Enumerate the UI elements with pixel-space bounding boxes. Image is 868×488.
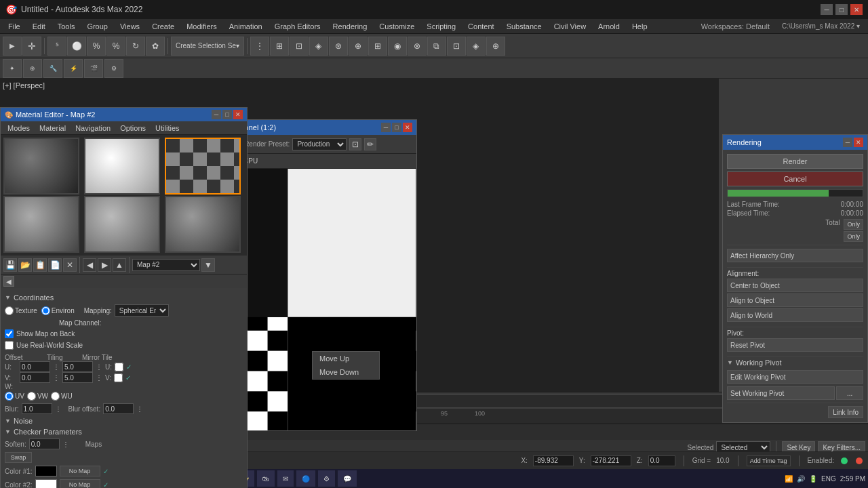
align-world-btn[interactable]: Align to World: [727, 308, 863, 322]
render-button[interactable]: Render: [727, 154, 863, 169]
mat-close-btn[interactable]: ✕: [233, 110, 243, 119]
working-pivot-header[interactable]: ▼ Working Pivot: [727, 356, 863, 369]
tool-btn-4[interactable]: %: [106, 37, 125, 56]
snap-btn-4[interactable]: ◈: [309, 37, 328, 56]
swatch-4[interactable]: [3, 196, 79, 253]
color2-no-map-btn[interactable]: No Map: [60, 479, 100, 488]
command-panel-btn-2[interactable]: ⊕: [23, 59, 42, 78]
only-btn-1[interactable]: Only: [844, 219, 863, 230]
set-working-pivot-btn[interactable]: Set Working Pivot: [727, 386, 835, 400]
edit-working-pivot-btn[interactable]: Edit Working Pivot: [727, 370, 863, 384]
mapping-select[interactable]: Spherical Envi...: [115, 304, 169, 317]
snap-btn-5[interactable]: ⊛: [329, 37, 348, 56]
mat-open-btn[interactable]: 📂: [18, 258, 32, 272]
mat-nav-btn-2[interactable]: ▶: [98, 258, 111, 272]
snap-btn-12[interactable]: ◈: [467, 37, 486, 56]
mat-menu-modes[interactable]: Modes: [3, 123, 34, 134]
swatch-1[interactable]: [3, 138, 79, 195]
swatch-6[interactable]: [165, 196, 241, 253]
v-tiling-input[interactable]: [62, 372, 93, 383]
taskbar-discord-btn[interactable]: 💬: [338, 470, 357, 487]
wu-radio[interactable]: [51, 392, 60, 401]
command-panel-btn-4[interactable]: ⚡: [64, 59, 83, 78]
noise-section-header[interactable]: ▼ Noise: [5, 415, 243, 426]
snap-btn-7[interactable]: ⊞: [368, 37, 387, 56]
map-selector[interactable]: Map #2: [132, 259, 200, 271]
menu-customize[interactable]: Customize: [374, 21, 420, 32]
snap-btn-8[interactable]: ◉: [388, 37, 407, 56]
snap-btn-11[interactable]: ⊡: [447, 37, 466, 56]
move-tool[interactable]: ✛: [22, 37, 41, 56]
v-mirror-checkbox[interactable]: [114, 373, 123, 382]
menu-create[interactable]: Create: [146, 21, 180, 32]
command-panel-btn-1[interactable]: ✦: [3, 59, 22, 78]
blur-input[interactable]: [22, 403, 52, 414]
more-btn[interactable]: ...: [836, 386, 863, 400]
taskbar-store-btn[interactable]: 🛍: [257, 470, 275, 487]
snap-btn-10[interactable]: ⧉: [427, 37, 446, 56]
preset-btn-2[interactable]: ✏: [364, 138, 376, 150]
menu-animation[interactable]: Animation: [224, 21, 268, 32]
command-panel-btn-5[interactable]: 🎬: [84, 59, 103, 78]
menu-file[interactable]: File: [3, 21, 26, 32]
scroll-left-btn[interactable]: ◀: [3, 276, 14, 287]
align-object-btn[interactable]: Align to Object: [727, 293, 863, 307]
command-panel-btn-3[interactable]: 🔧: [43, 59, 62, 78]
coordinates-section-header[interactable]: ▼ Coordinates: [5, 292, 243, 303]
z-coord-input[interactable]: [648, 455, 675, 466]
mat-menu-material[interactable]: Material: [35, 123, 70, 134]
mat-menu-utilities[interactable]: Utilities: [151, 123, 183, 134]
u-offset-input[interactable]: [20, 361, 50, 372]
u-mirror-checkbox[interactable]: [115, 363, 123, 371]
affect-hierarchy-btn[interactable]: Affect Hierarchy Only: [727, 249, 863, 262]
cancel-button[interactable]: Cancel: [727, 171, 863, 186]
rendering-close-btn[interactable]: ✕: [854, 138, 863, 147]
mat-delete-btn[interactable]: ✕: [63, 258, 77, 272]
uv-radio[interactable]: [5, 392, 14, 401]
soften-input[interactable]: [29, 439, 60, 449]
environ-radio[interactable]: [41, 306, 50, 315]
v-offset-input[interactable]: [20, 372, 50, 383]
menu-views[interactable]: Views: [115, 21, 145, 32]
soften-spinner[interactable]: ⋮: [62, 441, 69, 448]
menu-edit[interactable]: Edit: [27, 21, 51, 32]
menu-rendering[interactable]: Rendering: [328, 21, 373, 32]
y-coord-input[interactable]: [591, 455, 631, 466]
create-selection-btn[interactable]: Create Selection Se▾: [171, 37, 244, 56]
v-offset-spinner[interactable]: ⋮: [53, 374, 60, 382]
menu-scripting[interactable]: Scripting: [421, 21, 461, 32]
tool-btn-1[interactable]: ⁵: [47, 37, 66, 56]
swap-button[interactable]: Swap: [5, 452, 32, 463]
swatch-5[interactable]: [84, 196, 160, 253]
blur-offset-spinner[interactable]: ⋮: [136, 405, 143, 413]
mat-copy-btn[interactable]: 📋: [33, 258, 47, 272]
color1-no-map-btn[interactable]: No Map: [60, 466, 100, 476]
snap-btn-6[interactable]: ⊕: [349, 37, 368, 56]
checker-section-header[interactable]: ▼ Checker Parameters: [5, 426, 243, 437]
snap-btn-3[interactable]: ⊡: [290, 37, 309, 56]
render-minimize-btn[interactable]: ─: [381, 123, 391, 132]
command-panel-btn-6[interactable]: ⚙: [104, 59, 123, 78]
real-world-checkbox[interactable]: [5, 341, 14, 350]
mat-save-btn[interactable]: 💾: [3, 258, 17, 272]
tool-btn-6[interactable]: ✿: [146, 37, 165, 56]
u-offset-spinner[interactable]: ⋮: [53, 363, 60, 371]
menu-group[interactable]: Group: [81, 21, 113, 32]
close-button[interactable]: ✕: [850, 4, 863, 15]
center-object-btn[interactable]: Center to Object: [727, 279, 863, 292]
menu-help[interactable]: Help: [627, 21, 653, 32]
reset-pivot-btn[interactable]: Reset Pivot: [727, 338, 863, 352]
tool-btn-5[interactable]: ↻: [126, 37, 145, 56]
preset-select[interactable]: Production: [292, 138, 347, 150]
render-close-btn[interactable]: ✕: [403, 123, 412, 132]
swatch-2[interactable]: [84, 138, 160, 195]
x-coord-input[interactable]: [533, 455, 574, 466]
mat-restore-btn[interactable]: □: [222, 110, 232, 119]
swatch-3[interactable]: [165, 138, 241, 195]
u-tiling-input[interactable]: [62, 361, 93, 372]
taskbar-mail-btn[interactable]: ✉: [277, 470, 294, 487]
tool-btn-3[interactable]: %: [87, 37, 106, 56]
snap-btn-9[interactable]: ⊗: [408, 37, 427, 56]
menu-modifiers[interactable]: Modifiers: [181, 21, 222, 32]
preset-btn-1[interactable]: ⊡: [349, 138, 361, 150]
